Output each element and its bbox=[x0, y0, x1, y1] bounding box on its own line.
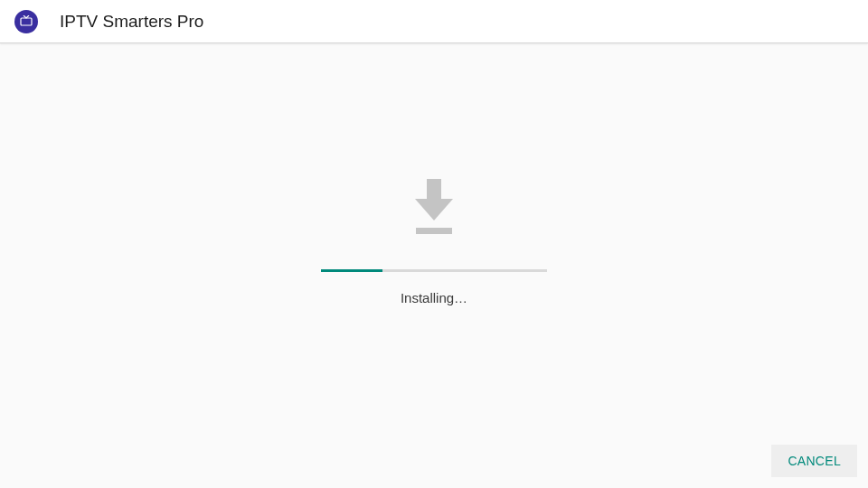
install-content: Installing… bbox=[0, 43, 868, 488]
install-progress-bar bbox=[321, 269, 547, 272]
install-progress-fill bbox=[321, 269, 382, 272]
cancel-button[interactable]: CANCEL bbox=[771, 445, 857, 477]
footer: CANCEL bbox=[771, 445, 857, 477]
app-icon bbox=[14, 10, 38, 33]
app-title: IPTV Smarters Pro bbox=[60, 12, 203, 32]
tv-icon bbox=[20, 15, 33, 28]
install-status-label: Installing… bbox=[401, 290, 467, 305]
download-icon bbox=[410, 179, 458, 240]
svg-rect-0 bbox=[21, 18, 32, 25]
svg-rect-1 bbox=[416, 228, 452, 234]
app-header: IPTV Smarters Pro bbox=[0, 0, 868, 43]
